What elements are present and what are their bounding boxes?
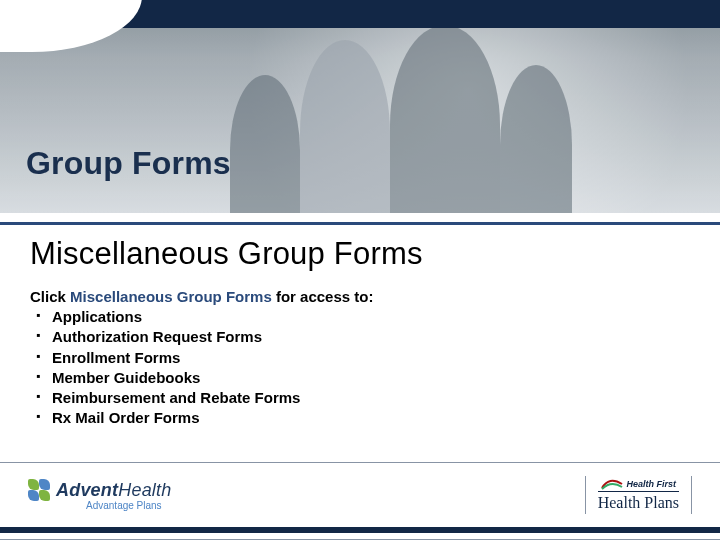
adventhealth-mark-icon bbox=[28, 479, 50, 501]
items-list: Applications Authorization Request Forms… bbox=[30, 307, 690, 429]
footer: AdventHealth Advantage Plans Health Firs… bbox=[0, 462, 720, 540]
adventhealth-logo: AdventHealth Advantage Plans bbox=[28, 479, 171, 511]
list-item: Rx Mail Order Forms bbox=[30, 408, 690, 428]
healthfirst-divider bbox=[598, 491, 679, 492]
slide: Group Forms Miscellaneous Group Forms Cl… bbox=[0, 0, 720, 540]
lead-sentence: Click Miscellaneous Group Forms for acce… bbox=[30, 288, 690, 305]
footer-logos: AdventHealth Advantage Plans Health Firs… bbox=[28, 468, 692, 522]
list-item: Enrollment Forms bbox=[30, 348, 690, 368]
photo-silhouette bbox=[500, 65, 572, 225]
photo-silhouette bbox=[300, 40, 390, 225]
advent-word-b: Health bbox=[118, 480, 171, 500]
list-item: Applications bbox=[30, 307, 690, 327]
lead-suffix: for access to: bbox=[272, 288, 374, 305]
content-title: Miscellaneous Group Forms bbox=[30, 236, 690, 272]
hero-title-wrap: Group Forms bbox=[26, 145, 231, 182]
content: Miscellaneous Group Forms Click Miscella… bbox=[30, 236, 690, 429]
list-item: Authorization Request Forms bbox=[30, 327, 690, 347]
hero-title: Group Forms bbox=[26, 145, 231, 182]
healthfirst-swoosh-icon bbox=[601, 478, 623, 490]
advent-word-a: Advent bbox=[56, 480, 118, 500]
healthfirst-main: Health Plans bbox=[598, 494, 679, 512]
photo-silhouette bbox=[230, 75, 300, 225]
list-item: Reimbursement and Rebate Forms bbox=[30, 388, 690, 408]
lead-prefix: Click bbox=[30, 288, 70, 305]
photo-silhouette bbox=[390, 25, 500, 225]
footer-rule-top bbox=[0, 462, 720, 463]
list-item: Member Guidebooks bbox=[30, 368, 690, 388]
lead-link[interactable]: Miscellaneous Group Forms bbox=[70, 288, 272, 305]
hero-divider bbox=[0, 213, 720, 225]
healthfirst-logo: Health First Health Plans bbox=[585, 476, 692, 514]
adventhealth-wordmark: AdventHealth bbox=[56, 480, 171, 501]
hero-banner: Group Forms bbox=[0, 0, 720, 225]
footer-rule-thick bbox=[0, 527, 720, 533]
adventhealth-subtext: Advantage Plans bbox=[86, 500, 162, 511]
healthfirst-brand: Health First bbox=[627, 479, 677, 489]
